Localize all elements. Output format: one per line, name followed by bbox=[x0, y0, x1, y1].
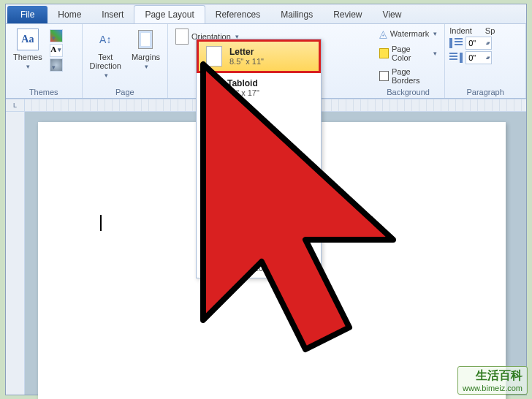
size-dropdown-menu: Letter8.5" x 11" Tabloid11" x 17" Legal8… bbox=[196, 39, 322, 278]
tab-mailings[interactable]: Mailings bbox=[270, 6, 323, 23]
group-title-background: Background bbox=[376, 86, 440, 98]
theme-colors-button[interactable] bbox=[50, 29, 63, 42]
margins-icon bbox=[138, 30, 153, 49]
tab-file[interactable]: File bbox=[7, 6, 48, 23]
page-thumb-icon bbox=[204, 194, 220, 215]
tab-page-layout[interactable]: Page Layout bbox=[134, 5, 205, 23]
tab-home[interactable]: Home bbox=[48, 6, 91, 23]
tab-references[interactable]: References bbox=[205, 6, 270, 23]
group-background: ◬Watermark Page Color Page Borders Backg… bbox=[372, 24, 445, 98]
watermark-icon: ◬ bbox=[379, 28, 387, 39]
themes-button[interactable]: Aa Themes bbox=[10, 26, 45, 72]
size-option-legal[interactable]: Legal8.5" x 14" bbox=[197, 102, 321, 132]
tab-insert[interactable]: Insert bbox=[91, 6, 134, 23]
text-direction-button[interactable]: A↕ Text Direction bbox=[87, 26, 124, 80]
text-caret bbox=[100, 215, 102, 231]
page-color-icon bbox=[379, 48, 389, 58]
page-thumb-icon bbox=[204, 136, 220, 156]
page-thumb-icon bbox=[204, 253, 220, 273]
indent-right-icon bbox=[449, 53, 463, 63]
group-title-paragraph: Paragraph bbox=[449, 86, 521, 98]
size-option-a3[interactable]: A311.69" x 16.54" bbox=[197, 161, 321, 190]
theme-fonts-button[interactable]: A bbox=[50, 44, 63, 57]
margins-button[interactable]: Margins bbox=[129, 26, 163, 72]
text-direction-label: Text Direction bbox=[90, 53, 121, 70]
source-watermark: 生活百科 www.bimeiz.com bbox=[457, 366, 528, 395]
group-title-themes: Themes bbox=[10, 86, 77, 98]
size-option-executive[interactable]: Executive7.25" x 10.5" bbox=[197, 132, 321, 161]
theme-effects-button[interactable] bbox=[50, 58, 63, 72]
size-option-b4[interactable]: B4 (JIS)10.12" x 14.33" bbox=[197, 219, 321, 248]
size-option-tabloid[interactable]: Tabloid11" x 17" bbox=[197, 73, 321, 102]
group-page-setup: A↕ Text Direction Margins Page bbox=[83, 24, 169, 98]
page-thumb-icon bbox=[204, 107, 220, 127]
size-option-a4[interactable]: A48.27" x 11.69" bbox=[197, 190, 321, 219]
group-themes: Aa Themes A Themes bbox=[6, 24, 83, 98]
page-borders-icon bbox=[379, 71, 389, 81]
indent-right-input[interactable]: 0" bbox=[466, 51, 492, 64]
vertical-ruler[interactable] bbox=[6, 112, 25, 395]
page-thumb-icon bbox=[204, 77, 220, 98]
margins-label: Margins bbox=[132, 53, 160, 61]
indent-left-icon bbox=[449, 38, 463, 48]
group-paragraph: Indent Sp 0" 0" Paragraph bbox=[445, 24, 526, 98]
page-thumb-icon bbox=[204, 165, 220, 186]
page-borders-button[interactable]: Page Borders bbox=[376, 66, 440, 86]
themes-icon: Aa bbox=[17, 28, 39, 50]
page-thumb-icon bbox=[204, 224, 220, 244]
word-window: File Home Insert Page Layout References … bbox=[5, 4, 527, 395]
page-thumb-icon bbox=[206, 46, 222, 66]
size-option-b5[interactable]: B5 (JIS)7.17" x 10.12" bbox=[197, 248, 321, 278]
ribbon-tabs: File Home Insert Page Layout References … bbox=[6, 4, 526, 24]
themes-label: Themes bbox=[13, 53, 42, 61]
ruler-corner: L bbox=[6, 99, 25, 111]
spacing-label: Sp bbox=[485, 26, 495, 35]
size-option-letter[interactable]: Letter8.5" x 11" bbox=[199, 42, 319, 71]
indent-left-input[interactable]: 0" bbox=[466, 37, 492, 50]
tab-review[interactable]: Review bbox=[323, 6, 372, 23]
tab-view[interactable]: View bbox=[373, 6, 412, 23]
orientation-icon bbox=[175, 28, 189, 45]
page-color-button[interactable]: Page Color bbox=[376, 43, 440, 64]
indent-label: Indent bbox=[449, 26, 472, 35]
group-title-pagesetup: Page bbox=[87, 86, 164, 98]
watermark-button[interactable]: ◬Watermark bbox=[376, 26, 440, 41]
